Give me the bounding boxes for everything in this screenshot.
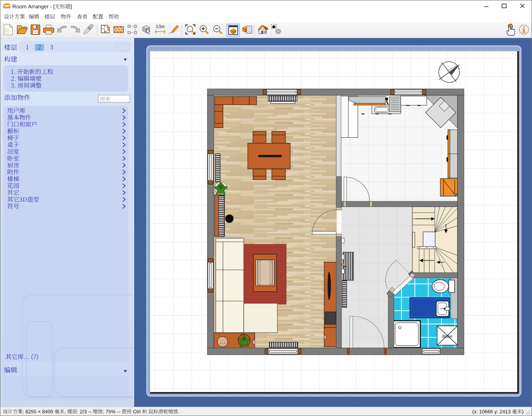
svg-text:Boiler: Boiler [442, 334, 453, 339]
svg-text:3,5m: 3,5m [156, 24, 165, 29]
